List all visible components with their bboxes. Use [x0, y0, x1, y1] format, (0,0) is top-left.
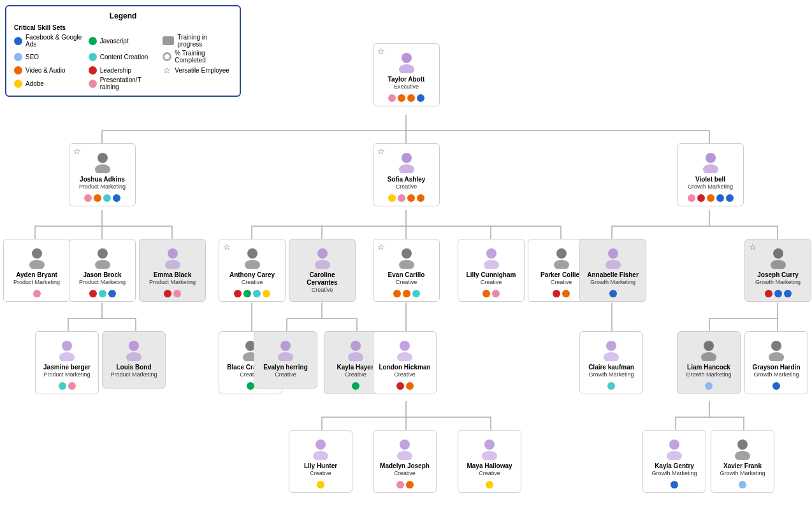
card-dept-lilly: Creative [481, 279, 502, 285]
node-joshua[interactable]: ☆ Joshua Adkins Product Marketing [69, 143, 136, 206]
legend-item-leadership: Leadership [89, 66, 158, 75]
svg-point-90 [771, 341, 781, 351]
svg-point-63 [315, 260, 330, 269]
card-dept-lily-hunter: Creative [310, 470, 331, 476]
svg-point-74 [62, 341, 72, 351]
card-dept-liam: Growth Marketing [686, 371, 731, 378]
card-name-evalyn: Evalyn herring [263, 364, 307, 371]
pct-label: % Training Completed [175, 50, 232, 64]
avatar-emma [161, 246, 184, 269]
dots-lily-hunter [317, 481, 324, 489]
fb-label: Facebook & Google Ads [25, 34, 83, 48]
card-name-xavier: Xavier Frank [723, 462, 762, 470]
dots-jason [89, 290, 116, 297]
legend-title: Legend [14, 11, 232, 20]
dots-madelyn [396, 481, 414, 489]
dots-violet [688, 194, 734, 202]
node-lily-hunter[interactable]: Lily Hunter Creative [289, 430, 352, 493]
dot-orange2 [407, 94, 415, 102]
dot-orange [398, 94, 405, 102]
legend-item-seo: SEO [14, 50, 83, 64]
node-evalyn[interactable]: Evalyn herring Creative [254, 331, 317, 389]
versatile-label: Versatile Employee [175, 67, 229, 74]
svg-point-75 [59, 352, 75, 361]
node-joseph[interactable]: ☆ Joseph Curry Growth Marketing [744, 239, 811, 302]
node-grayson[interactable]: Grayson Hardin Growth Marketing [744, 331, 808, 394]
svg-point-59 [165, 260, 180, 269]
card-dept-ayden: Product Marketing [13, 279, 60, 285]
node-claire[interactable]: Claire kaufman Growth Marketing [579, 331, 643, 394]
card-name-violet: Violet bell [695, 176, 725, 183]
svg-point-97 [482, 451, 497, 460]
dots-kayla-hayes [352, 382, 359, 390]
node-lilly[interactable]: Lilly Cunnigham Creative [458, 239, 525, 302]
svg-point-77 [126, 352, 141, 361]
node-anthony[interactable]: ☆ Anthony Carey Creative [219, 239, 286, 302]
node-london[interactable]: London Hickman Creative [373, 331, 437, 394]
card-name-joshua: Joshua Adkins [80, 176, 125, 183]
avatar-evalyn [274, 338, 297, 361]
node-madelyn[interactable]: Madelyn Joseph Creative [373, 430, 437, 493]
card-name-taylor: Taylor Abott [388, 76, 425, 83]
card-name-joseph: Joseph Curry [757, 271, 798, 279]
svg-point-94 [400, 439, 410, 450]
node-jasmine[interactable]: Jasmine berger Product Marketing [35, 331, 99, 394]
card-dept-parker: Creative [551, 279, 572, 285]
node-evan[interactable]: ☆ Evan Carillo Creative [373, 239, 440, 302]
node-jason[interactable]: Jason Brock Product Marketing [69, 239, 136, 302]
card-name-caroline: Caroline Cervantes [294, 271, 350, 287]
avatar-claire [600, 338, 623, 361]
svg-point-52 [706, 153, 716, 163]
svg-point-81 [278, 352, 293, 361]
legend-item-training: Training in progress [163, 34, 232, 48]
svg-point-51 [399, 164, 414, 173]
card-name-jasmine: Jasmine berger [43, 364, 91, 371]
svg-point-93 [313, 451, 328, 460]
node-emma[interactable]: Emma Black Product Marketing [139, 239, 206, 302]
node-ayden[interactable]: Ayden Bryant Product Marketing [3, 239, 70, 302]
star-icon-joshua: ☆ [73, 146, 81, 156]
dots-claire [607, 382, 615, 390]
card-name-lilly: Lilly Cunnigham [467, 271, 516, 279]
svg-point-99 [667, 451, 682, 460]
node-louis[interactable]: Louis Bond Product Marketing [102, 331, 166, 389]
card-dept-anthony: Creative [242, 279, 263, 285]
card-name-london: London Hickman [379, 364, 430, 371]
node-liam[interactable]: Liam Hancock Growth Marketing [677, 331, 741, 394]
node-kayla-gentry[interactable]: Kayla Gentry Growth Marketing [642, 430, 706, 493]
card-dept-grayson: Growth Marketing [753, 371, 799, 378]
seo-label: SEO [25, 54, 39, 61]
svg-point-92 [315, 439, 326, 450]
dots-parker [553, 290, 570, 297]
node-violet[interactable]: Violet bell Growth Marketing [677, 143, 744, 206]
card-dept-jason: Product Marketing [79, 279, 126, 285]
node-xavier[interactable]: Xavier Frank Growth Marketing [711, 430, 774, 493]
legend-item-adobe: Adobe [14, 76, 83, 90]
versatile-star-icon: ☆ [163, 66, 171, 75]
card-dept-evan: Creative [396, 279, 417, 285]
avatar-joseph [767, 246, 790, 269]
node-caroline[interactable]: Caroline Cervantes Creative [289, 239, 356, 302]
legend-item-content: Content Creation [89, 50, 158, 64]
legend-item-versatile: ☆ Versatile Employee [163, 66, 232, 75]
svg-point-54 [32, 248, 42, 259]
node-annabelle[interactable]: Annabelle Fisher Growth Marketing [579, 239, 646, 302]
adobe-label: Adobe [25, 80, 44, 87]
node-taylor[interactable]: ☆ Taylor Abott Executive [373, 43, 440, 106]
svg-point-64 [402, 248, 412, 259]
training-rect-icon [163, 36, 174, 45]
card-name-sofia: Sofia Ashley [388, 176, 426, 183]
fb-dot-icon [14, 37, 22, 45]
leadership-dot-icon [89, 66, 97, 75]
avatar-maya [478, 437, 501, 460]
node-maya[interactable]: Maya Halloway Creative [458, 430, 521, 493]
svg-point-84 [400, 341, 410, 351]
card-dept-sofia: Creative [396, 183, 417, 190]
svg-point-53 [703, 164, 718, 173]
node-sofia[interactable]: ☆ Sofia Ashley Creative [373, 143, 440, 206]
dots-anthony [234, 290, 270, 297]
dots-kayla-gentry [671, 481, 678, 489]
legend-item-presentation: Presentation/T raining [89, 76, 158, 90]
card-name-kayla-hayes: Kayla Hayes [337, 364, 375, 371]
legend-item-fb: Facebook & Google Ads [14, 34, 83, 48]
